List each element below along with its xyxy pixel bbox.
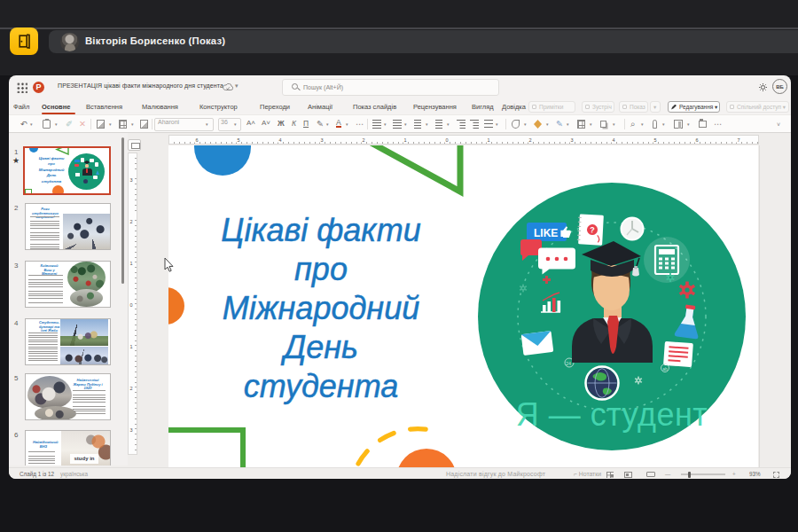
svg-text:LIKE: LIKE	[534, 227, 558, 239]
svg-text:Я — студент: Я — студент	[516, 396, 708, 433]
svg-text:24: 24	[566, 361, 571, 366]
svg-text:ab: ab	[662, 366, 668, 372]
svg-text:?: ?	[590, 225, 595, 234]
